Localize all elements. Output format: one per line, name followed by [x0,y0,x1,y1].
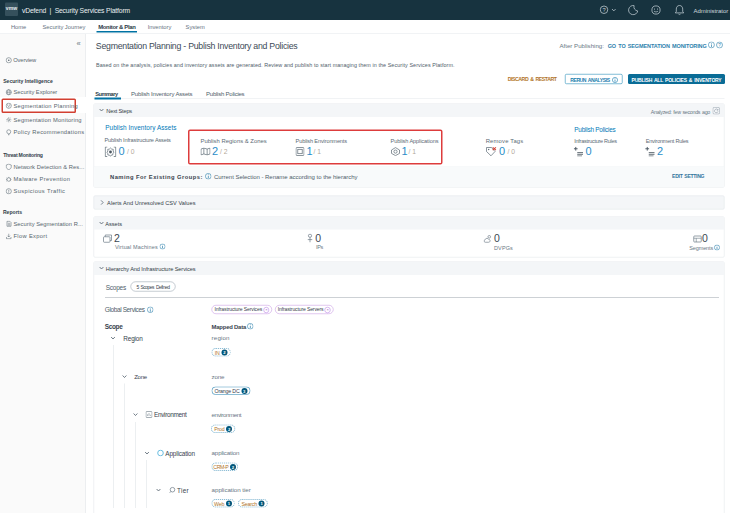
svg-text:?: ? [718,43,721,48]
svg-text:?: ? [602,7,605,13]
